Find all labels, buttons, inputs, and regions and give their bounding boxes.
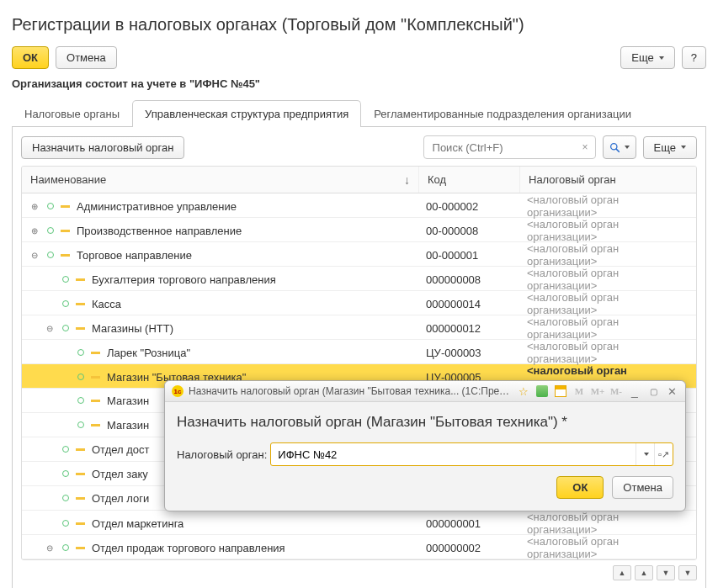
table-row[interactable]: ⊕Административное управление00-000002<на… [22, 193, 696, 218]
dialog-window-title: Назначить налоговый орган (Магазин "Быто… [189, 385, 512, 397]
no-expand-icon [59, 347, 71, 358]
folder-bar-icon [76, 547, 85, 549]
status-circle-icon [77, 397, 84, 404]
calendar-icon[interactable] [554, 384, 567, 398]
favorite-icon[interactable]: ☆ [517, 384, 530, 398]
minimize-icon[interactable]: _ [628, 384, 641, 398]
table-more-button[interactable]: Еще [643, 136, 697, 159]
row-name: Производственное направление [77, 225, 242, 237]
col-code-label: Код [428, 173, 446, 186]
tabs: Налоговые органы Управленческая структур… [12, 100, 706, 127]
status-circle-icon [62, 544, 69, 551]
folder-bar-icon [76, 522, 85, 525]
search-input[interactable] [431, 140, 579, 155]
nav-top-button[interactable]: ▲ [613, 565, 631, 580]
folder-bar-icon [76, 473, 85, 475]
table-row[interactable]: ⊖Магазины (НТТ)000000012<налоговый орган… [22, 315, 696, 340]
open-reference-icon[interactable]: ▫↗ [654, 443, 673, 465]
memory-mplus-icon[interactable]: M+ [591, 384, 604, 398]
table-row[interactable]: Ларек "Розница"ЦУ-000003<налоговый орган… [22, 340, 696, 364]
tab-tax-organs[interactable]: Налоговые органы [12, 100, 132, 127]
status-circle-icon [62, 276, 69, 283]
expand-icon[interactable]: ⊕ [29, 225, 40, 236]
col-name[interactable]: Наименование ↓ [22, 167, 419, 193]
maximize-icon[interactable]: ▢ [646, 384, 660, 398]
no-expand-icon [44, 492, 56, 504]
table-row[interactable]: ⊖Торговое направление00-000001<налоговый… [22, 242, 696, 267]
row-tax-organ: <налоговый орган организации> [520, 291, 696, 316]
dialog-titlebar[interactable]: 1c Назначить налоговый орган (Магазин "Б… [165, 381, 685, 402]
status-circle-icon [62, 470, 69, 477]
tax-organ-input[interactable] [271, 448, 636, 461]
help-button[interactable]: ? [682, 46, 706, 69]
table-toolbar: Назначить налоговый орган × Еще [21, 135, 697, 159]
row-name: Торговое направление [77, 249, 192, 262]
row-tax-organ: <налоговый орган организации> [520, 535, 696, 560]
dialog-heading: Назначить налоговый орган (Магазин "Быто… [177, 414, 673, 431]
caret-down-icon [681, 146, 686, 149]
table-row[interactable]: ⊖Отдел продаж торгового направления00000… [22, 535, 696, 559]
folder-bar-icon [76, 278, 85, 281]
collapse-icon[interactable]: ⊖ [44, 322, 56, 334]
row-code: 000000002 [419, 542, 520, 554]
row-code: 000000001 [419, 517, 520, 530]
table-row[interactable]: Отдел маркетинга000000001<налоговый орга… [22, 511, 696, 535]
row-name: Административное управление [77, 200, 237, 213]
more-button[interactable]: Еще [620, 46, 674, 69]
ok-button[interactable]: ОК [12, 46, 49, 69]
row-tax-organ: <налоговый орган организации> [520, 315, 696, 341]
row-name: Отдел продаж торгового направления [92, 542, 285, 554]
dialog-cancel-button[interactable]: Отмена [612, 476, 673, 499]
row-name: Отдел логи [92, 492, 149, 505]
calculator-icon[interactable] [535, 384, 549, 398]
folder-bar-icon [61, 254, 70, 257]
assign-tax-dialog: 1c Назначить налоговый орган (Магазин "Б… [164, 380, 686, 511]
more-label: Еще [631, 51, 653, 64]
row-code: 000000014 [419, 298, 520, 310]
collapse-icon[interactable]: ⊖ [44, 542, 56, 554]
nav-buttons: ▲ ▲ ▼ ▼ [21, 565, 697, 580]
search-box[interactable]: × [423, 135, 596, 159]
col-code[interactable]: Код [419, 167, 520, 193]
row-name: Ларек "Розница" [107, 347, 190, 359]
table-row[interactable]: ⊕Производственное направление00-000008<н… [22, 218, 696, 242]
folder-bar-icon [91, 400, 100, 402]
main-toolbar: ОК Отмена Еще ? [12, 46, 706, 69]
row-code: 00-000002 [419, 200, 520, 213]
status-circle-icon [77, 349, 84, 356]
collapse-icon[interactable]: ⊖ [29, 249, 40, 261]
nav-down-button[interactable]: ▼ [657, 565, 675, 580]
no-expand-icon [59, 371, 71, 383]
table-row[interactable]: Касса000000014<налоговый орган организац… [22, 291, 696, 315]
row-tax-organ: <налоговый орган организации> [520, 218, 696, 243]
folder-bar-icon [61, 205, 70, 208]
row-code: 00-000008 [419, 225, 520, 237]
assign-tax-organ-button[interactable]: Назначить налоговый орган [21, 136, 184, 159]
tab-content: Назначить налоговый орган × Еще Наименов… [12, 127, 706, 588]
nav-up-button[interactable]: ▲ [635, 565, 653, 580]
close-icon[interactable]: ✕ [665, 384, 678, 398]
memory-mminus-icon[interactable]: M- [609, 384, 623, 398]
tab-management-structure[interactable]: Управленческая структура предприятия [132, 100, 361, 127]
row-code: ЦУ-000003 [419, 347, 520, 359]
expand-icon[interactable]: ⊕ [29, 200, 40, 212]
col-org[interactable]: Налоговый орган [520, 167, 696, 193]
table-row[interactable]: Бухгалтерия торгового направления0000000… [22, 267, 696, 291]
clear-search-icon[interactable]: × [579, 141, 592, 153]
row-tax-organ: <налоговый орган организации> [520, 267, 696, 292]
folder-bar-icon [76, 497, 85, 500]
status-circle-icon [77, 373, 84, 380]
no-expand-icon [59, 395, 71, 406]
dialog-body: Назначить налоговый орган (Магазин "Быто… [165, 402, 685, 511]
no-expand-icon [44, 443, 56, 455]
svg-line-1 [616, 149, 619, 151]
dialog-ok-button[interactable]: ОК [556, 476, 604, 499]
nav-bottom-button[interactable]: ▼ [678, 565, 697, 580]
cancel-button[interactable]: Отмена [56, 46, 117, 69]
search-settings-button[interactable] [603, 135, 636, 159]
row-tax-organ: <налоговый орган организации> [520, 511, 696, 536]
dropdown-icon[interactable] [636, 443, 654, 465]
row-name: Бухгалтерия торгового направления [92, 273, 276, 286]
tab-regulated-divisions[interactable]: Регламентированные подразделения организ… [361, 100, 644, 127]
memory-m-icon[interactable]: M [572, 384, 586, 398]
